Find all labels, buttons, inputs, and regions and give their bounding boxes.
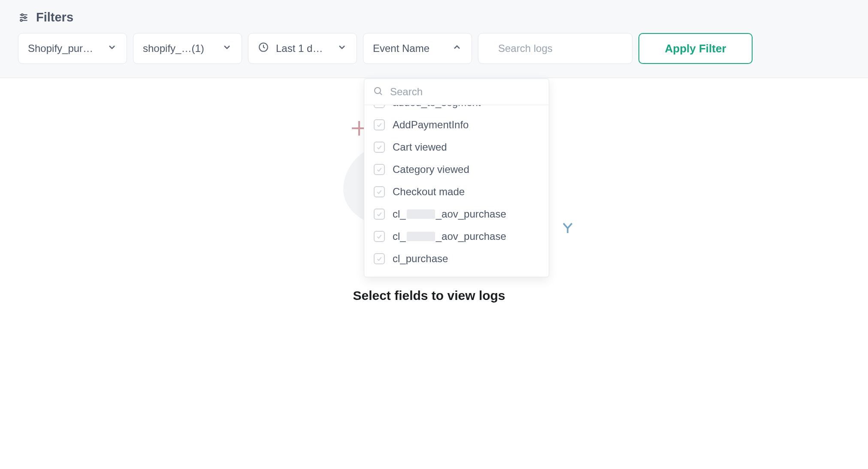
checkbox-icon[interactable]	[374, 186, 385, 197]
event-dropdown-search-input[interactable]	[390, 86, 540, 98]
filters-bar: Filters Shopify_pur… shopify_…(1) Last 1…	[0, 0, 868, 78]
chevron-down-icon	[222, 42, 232, 55]
filters-header: Filters	[18, 10, 850, 24]
redacted-text	[407, 209, 435, 219]
checkbox-icon[interactable]	[374, 142, 385, 153]
svg-point-3	[24, 16, 26, 18]
chevron-down-icon	[107, 42, 117, 55]
redacted-text	[407, 232, 435, 241]
event-option-label: Checkout made	[393, 186, 465, 198]
event-option[interactable]: Cart viewed	[364, 136, 549, 158]
source-dropdown-label: Shopify_pur…	[28, 42, 107, 54]
event-option[interactable]: cl_purchase	[364, 248, 549, 270]
event-option-label: cl_purchase	[393, 253, 448, 265]
chevron-up-icon	[452, 42, 462, 55]
checkbox-icon[interactable]	[374, 119, 385, 130]
empty-state-text: Select fields to view logs	[292, 288, 566, 303]
checkbox-icon[interactable]	[374, 164, 385, 175]
source-dropdown[interactable]: Shopify_pur…	[18, 33, 127, 64]
destination-dropdown[interactable]: shopify_…(1)	[133, 33, 242, 64]
event-option-label: Cart viewed	[393, 141, 447, 153]
svg-point-10	[375, 88, 381, 94]
event-option[interactable]: AddPaymentInfo	[364, 114, 549, 136]
svg-point-1	[21, 14, 23, 15]
event-option[interactable]: cl__aov_purchase	[364, 203, 549, 225]
event-option-label: Category viewed	[393, 163, 469, 175]
event-dropdown-search	[364, 79, 549, 105]
event-option[interactable]: Checkout made	[364, 181, 549, 203]
checkbox-icon[interactable]	[374, 105, 385, 108]
event-name-dropdown-label: Event Name	[373, 42, 452, 54]
event-option-label: added_to_segment	[393, 105, 481, 109]
checkbox-icon[interactable]	[374, 253, 385, 264]
chevron-down-icon	[337, 42, 347, 55]
filters-title: Filters	[36, 10, 73, 24]
timerange-dropdown[interactable]: Last 1 d…	[248, 33, 357, 64]
event-option[interactable]: Category viewed	[364, 158, 549, 181]
event-option[interactable]: added_to_segment	[364, 105, 549, 114]
destination-dropdown-label: shopify_…(1)	[143, 42, 222, 54]
event-option-label: cl__aov_purchase	[393, 208, 506, 220]
filters-icon	[18, 12, 29, 23]
svg-line-8	[563, 224, 568, 228]
timerange-dropdown-label: Last 1 d…	[276, 42, 337, 54]
search-logs-input[interactable]	[478, 33, 632, 64]
clock-icon	[258, 42, 269, 55]
svg-point-5	[20, 19, 22, 21]
event-option-label: cl__aov_purchase	[393, 230, 506, 242]
event-option[interactable]: cl__aov_purchase	[364, 225, 549, 248]
svg-line-9	[568, 224, 572, 228]
apply-filter-button[interactable]: Apply Filter	[638, 33, 753, 64]
event-name-dropdown[interactable]: Event Name	[363, 33, 472, 64]
event-dropdown-list[interactable]: added_to_segmentAddPaymentInfoCart viewe…	[364, 105, 549, 277]
checkbox-icon[interactable]	[374, 209, 385, 220]
svg-line-11	[380, 93, 382, 95]
event-name-dropdown-panel: added_to_segmentAddPaymentInfoCart viewe…	[364, 79, 549, 277]
event-option-label: AddPaymentInfo	[393, 119, 469, 131]
checkbox-icon[interactable]	[374, 231, 385, 242]
filters-row: Shopify_pur… shopify_…(1) Last 1 d… Ev	[18, 33, 850, 64]
search-icon	[373, 86, 383, 98]
sparkle-decoration-icon	[560, 220, 575, 234]
